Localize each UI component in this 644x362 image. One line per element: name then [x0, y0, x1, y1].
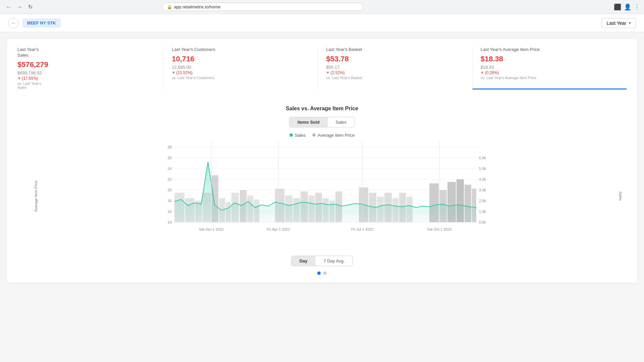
arrow-down-icon-3: ▼ — [326, 71, 330, 74]
profile-icon[interactable]: 👤 — [624, 3, 631, 11]
metric-label-customers: Last Year's Customers — [172, 47, 310, 53]
svg-text:Fri Apr 1 2022: Fri Apr 1 2022 — [267, 227, 290, 231]
svg-text:1.0k: 1.0k — [479, 209, 486, 214]
metric-vs-avg-price: vs. Last Year's Average Item Price — [481, 76, 619, 80]
metric-value-customers: 10,716 — [172, 55, 310, 63]
metric-value-avg-price: $18.38 — [481, 55, 619, 63]
chart-toggle: Items Sold Sales — [17, 117, 627, 127]
svg-text:16: 16 — [168, 209, 172, 214]
svg-text:0.0k: 0.0k — [479, 220, 486, 224]
store-badge[interactable]: BEEF NY STK — [23, 19, 60, 27]
chart-title: Sales vs. Average Item Price — [17, 106, 627, 112]
pagination-dot-2[interactable] — [323, 272, 327, 275]
metric-change-basket: ▼ (2.52%) — [326, 70, 464, 75]
period-selector[interactable]: Last Year ▾ — [602, 18, 636, 28]
metric-change-customers: ▼ (15.52%) — [172, 70, 310, 75]
svg-text:6.0k: 6.0k — [479, 156, 486, 160]
metric-sub-basket: $55.17 — [326, 65, 464, 70]
legend-avg-price: Average Item Price — [312, 133, 355, 138]
arrow-down-icon: ▼ — [17, 76, 21, 80]
svg-text:28: 28 — [168, 145, 172, 149]
y-axis-label-right: Sales — [619, 191, 623, 201]
browser-chrome: ← → ↻ 🔒 app.retailmetrix.io/home ⬛ 👤 ⋮ — [0, 0, 644, 14]
menu-icon[interactable]: ⋮ — [634, 3, 640, 11]
svg-text:14: 14 — [168, 220, 172, 224]
metric-change-avg-price: ▼ (0.28%) — [481, 70, 619, 75]
svg-text:Sat Jan 1 2022: Sat Jan 1 2022 — [199, 227, 224, 231]
svg-text:22: 22 — [168, 177, 172, 181]
svg-text:Sat Oct 1 2022: Sat Oct 1 2022 — [427, 227, 451, 231]
metric-sub-avg-price: $18.43 — [481, 65, 619, 70]
metric-change-sales: ▼ (17.65%) — [17, 76, 155, 81]
svg-text:3.0k: 3.0k — [479, 188, 486, 192]
svg-text:20: 20 — [168, 188, 172, 192]
arrow-down-icon-4: ▼ — [481, 71, 484, 74]
metric-value-basket: $53.78 — [326, 55, 464, 63]
svg-text:26: 26 — [168, 156, 172, 160]
extensions-icon[interactable]: ⬛ — [614, 3, 621, 11]
chart-legend: Sales Average Item Price — [17, 133, 627, 138]
arrow-down-icon-2: ▼ — [172, 71, 175, 74]
lock-icon: 🔒 — [167, 5, 172, 9]
forward-nav-button[interactable]: → — [15, 2, 24, 12]
back-nav-button[interactable]: ← — [4, 2, 13, 12]
metric-value-sales: $576,279 — [17, 60, 155, 69]
pagination-dots — [17, 272, 627, 275]
day-toggle-group: Day 7 Day Avg. — [291, 256, 353, 266]
metric-change-pct-avg-price: (0.28%) — [485, 70, 499, 75]
metric-sub-customers: 12,685.00 — [172, 65, 310, 70]
metric-card-basket[interactable]: Last Year's Basket $53.78 $55.17 ▼ (2.52… — [318, 47, 473, 89]
svg-text:4.0k: 4.0k — [479, 177, 486, 181]
toggle-day[interactable]: Day — [291, 256, 316, 266]
legend-dot-sales — [289, 133, 293, 137]
app-header: ← BEEF NY STK Last Year ▾ — [0, 14, 644, 32]
back-button[interactable]: ← — [8, 18, 19, 28]
chart-svg: 14 16 18 20 22 24 26 28 0.0k 1.0k 2.0k 3… — [44, 142, 606, 236]
metric-change-pct-customers: (15.52%) — [176, 70, 193, 75]
header-left: ← BEEF NY STK — [8, 18, 60, 28]
address-bar[interactable]: 🔒 app.retailmetrix.io/home — [162, 3, 363, 11]
browser-nav: ← → ↻ — [4, 2, 35, 12]
metric-label-basket: Last Year's Basket — [326, 47, 464, 53]
metric-card-customers[interactable]: Last Year's Customers 10,716 12,685.00 ▼… — [164, 47, 318, 89]
metric-card-sales[interactable]: Last Year'sSales $576,279 $699,798.92 ▼ … — [17, 47, 164, 89]
back-icon: ← — [11, 20, 15, 25]
cards-chart-wrapper: Last Year'sSales $576,279 $699,798.92 ▼ … — [7, 39, 637, 283]
legend-label-sales: Sales — [295, 133, 306, 138]
toggle-7day[interactable]: 7 Day Avg. — [316, 256, 353, 266]
legend-label-avg-price: Average Item Price — [318, 133, 355, 138]
chart-section: Sales vs. Average Item Price Items Sold … — [7, 98, 637, 283]
svg-text:Fri Jul 1 2022: Fri Jul 1 2022 — [351, 227, 374, 231]
browser-actions: ⬛ 👤 ⋮ — [614, 3, 640, 11]
url-text: app.retailmetrix.io/home — [174, 4, 221, 9]
metric-vs-basket: vs. Last Year's Basket — [326, 76, 464, 80]
metric-card-avg-price[interactable]: Last Year's Average Item Price $18.38 $1… — [473, 47, 627, 89]
svg-text:18: 18 — [168, 199, 172, 203]
bottom-toggle: Day 7 Day Avg. — [17, 256, 627, 266]
refresh-nav-button[interactable]: ↻ — [25, 2, 35, 12]
svg-text:2.0k: 2.0k — [479, 199, 486, 203]
toggle-sales[interactable]: Sales — [328, 117, 355, 127]
svg-text:24: 24 — [168, 167, 172, 171]
legend-dot-avg-price — [312, 133, 316, 137]
chevron-down-icon: ▾ — [629, 21, 631, 25]
metric-change-pct-basket: (2.52%) — [330, 70, 344, 75]
metric-vs-customers: vs. Last Year's Customers — [172, 76, 310, 80]
metric-sub-sales: $699,798.92 — [17, 70, 155, 75]
svg-text:5.0k: 5.0k — [479, 167, 486, 171]
metric-vs-sales: vs. Last Year'sSales — [17, 81, 155, 89]
chart-wrapper: Average Item Price Sales 14 16 18 — [17, 142, 627, 250]
pagination-dot-1[interactable] — [317, 272, 321, 275]
metric-label-avg-price: Last Year's Average Item Price — [481, 47, 619, 53]
toggle-items-sold[interactable]: Items Sold — [289, 117, 328, 127]
chart-toggle-group: Items Sold Sales — [289, 117, 355, 127]
y-axis-label-left: Average Item Price — [34, 180, 38, 212]
legend-sales: Sales — [289, 133, 306, 138]
metric-change-pct-sales: (17.65%) — [22, 76, 38, 81]
main-content: Last Year'sSales $576,279 $699,798.92 ▼ … — [0, 32, 644, 362]
metrics-cards: Last Year'sSales $576,279 $699,798.92 ▼ … — [7, 39, 637, 98]
metric-label-sales: Last Year'sSales — [17, 47, 155, 58]
period-label: Last Year — [607, 20, 626, 26]
